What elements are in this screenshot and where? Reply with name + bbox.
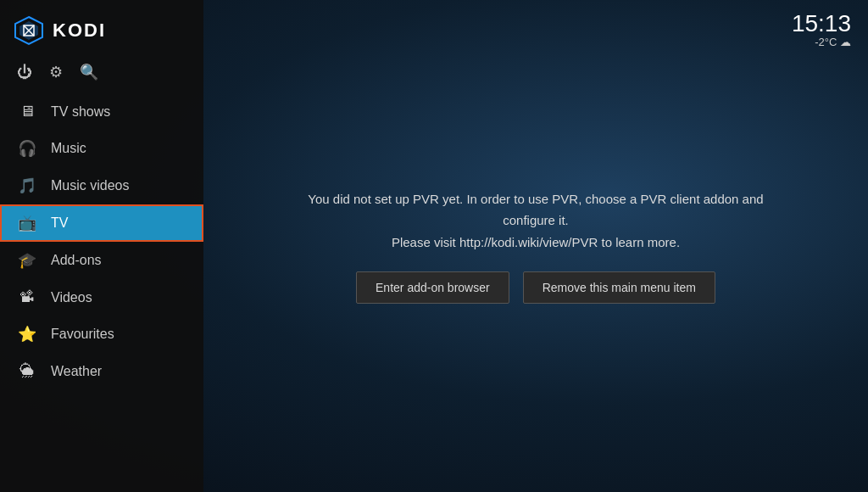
power-icon[interactable]: ⏻: [17, 64, 32, 81]
pvr-message-line2: Please visit http://kodi.wiki/view/PVR t…: [392, 235, 680, 249]
search-icon[interactable]: 🔍: [80, 63, 98, 81]
sidebar-item-tv[interactable]: 📺TV: [0, 204, 203, 242]
sidebar-item-favourites[interactable]: ⭐Favourites: [0, 316, 203, 353]
add-ons-icon: 🎓: [17, 251, 37, 270]
sidebar-item-music[interactable]: 🎧Music: [0, 130, 203, 167]
clock-time: 15:13: [792, 12, 851, 36]
sidebar-item-weather[interactable]: 🌦Weather: [0, 353, 203, 389]
main-content: You did not set up PVR yet. In order to …: [203, 0, 868, 492]
sidebar-item-music-videos[interactable]: 🎵Music videos: [0, 167, 203, 204]
add-ons-label: Add-ons: [51, 253, 102, 268]
videos-icon: 📽: [17, 288, 37, 306]
weather-label: Weather: [51, 364, 102, 379]
music-icon: 🎧: [17, 139, 37, 158]
action-buttons: Enter add-on browser Remove this main me…: [298, 271, 773, 304]
weather-icon: 🌦: [17, 362, 37, 380]
app-title: KODI: [53, 20, 106, 42]
pvr-message: You did not set up PVR yet. In order to …: [298, 188, 773, 254]
tv-shows-label: TV shows: [51, 104, 110, 120]
logo-area: KODI: [0, 0, 203, 58]
pvr-message-line1: You did not set up PVR yet. In order to …: [308, 192, 763, 228]
tv-label: TV: [51, 215, 68, 231]
music-videos-label: Music videos: [51, 178, 129, 193]
remove-main-menu-item-button[interactable]: Remove this main menu item: [523, 271, 715, 304]
clock-weather: -2°C ☁: [792, 36, 851, 48]
sidebar-item-videos[interactable]: 📽Videos: [0, 279, 203, 316]
tv-icon: 📺: [17, 214, 37, 232]
pvr-info-box: You did not set up PVR yet. In order to …: [281, 171, 790, 321]
toolbar: ⏻ ⚙ 🔍: [0, 58, 203, 93]
favourites-icon: ⭐: [17, 325, 37, 344]
enter-addon-browser-button[interactable]: Enter add-on browser: [356, 271, 509, 304]
sidebar-item-tv-shows[interactable]: 🖥TV shows: [0, 93, 203, 130]
favourites-label: Favourites: [51, 327, 114, 342]
clock-area: 15:13 -2°C ☁: [792, 12, 851, 48]
sidebar: KODI ⏻ ⚙ 🔍 🖥TV shows🎧Music🎵Music videos📺…: [0, 0, 203, 492]
music-label: Music: [51, 141, 86, 156]
tv-shows-icon: 🖥: [17, 103, 37, 120]
music-videos-icon: 🎵: [17, 176, 37, 195]
settings-icon[interactable]: ⚙: [49, 63, 63, 81]
kodi-logo-icon: [14, 15, 44, 46]
sidebar-item-add-ons[interactable]: 🎓Add-ons: [0, 242, 203, 279]
main-nav: 🖥TV shows🎧Music🎵Music videos📺TV🎓Add-ons📽…: [0, 93, 203, 389]
videos-label: Videos: [51, 290, 92, 305]
